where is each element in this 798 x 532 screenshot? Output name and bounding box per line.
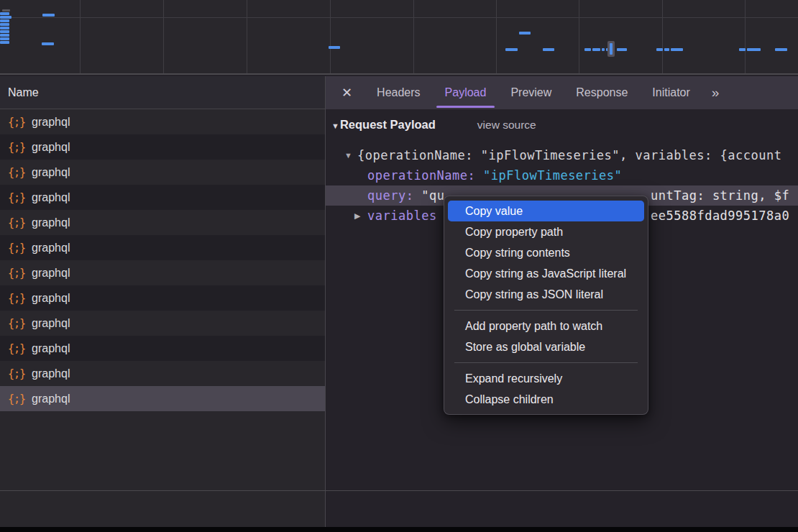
close-icon[interactable]: ✕	[341, 85, 352, 101]
panel-footer	[0, 490, 798, 527]
overview-vertical-gridline	[163, 0, 164, 73]
table-row-request[interactable]: {;}graphql	[0, 185, 325, 210]
waterfall-bar	[602, 48, 605, 51]
request-name: graphql	[32, 267, 70, 280]
table-row-request[interactable]: {;}graphql	[0, 109, 325, 134]
waterfall-bar	[0, 19, 9, 22]
json-braces-icon: {;}	[8, 116, 25, 129]
waterfall-bar	[2, 9, 10, 12]
menu-separator	[454, 362, 638, 363]
tab-headers[interactable]: Headers	[377, 76, 420, 109]
name-column-label: Name	[8, 86, 39, 99]
json-braces-icon: {;}	[8, 216, 25, 229]
view-source-link[interactable]: view source	[477, 119, 536, 132]
json-braces-icon: {;}	[8, 342, 25, 355]
waterfall-bar	[0, 30, 9, 33]
waterfall-bar	[739, 48, 746, 51]
name-column-header[interactable]: Name	[0, 76, 325, 109]
menu-item-expand-recursively[interactable]: Expand recursively	[448, 368, 644, 389]
waterfall-bar	[671, 48, 683, 51]
json-braces-icon: {;}	[8, 292, 25, 305]
network-main-area: Name {;}graphql{;}graphql{;}graphql{;}gr…	[0, 76, 798, 490]
menu-item-collapse-children[interactable]: Collapse children	[448, 389, 644, 410]
request-name: graphql	[32, 342, 70, 355]
window-bottom-edge	[0, 527, 798, 532]
menu-item-copy-string-contents[interactable]: Copy string contents	[448, 242, 644, 263]
table-row-request[interactable]: {;}graphql	[0, 235, 325, 260]
menu-separator	[454, 310, 638, 311]
overview-vertical-gridline	[80, 0, 81, 73]
request-name: graphql	[32, 141, 70, 154]
waterfall-bar	[0, 41, 9, 44]
table-row-request[interactable]: {;}graphql	[0, 210, 325, 235]
request-name: graphql	[32, 242, 70, 254]
menu-item-copy-string-as-json-literal[interactable]: Copy string as JSON literal	[448, 284, 644, 305]
table-row-request[interactable]: {;}graphql	[0, 336, 325, 361]
json-braces-icon: {;}	[8, 317, 25, 330]
menu-item-add-property-path-to-watch[interactable]: Add property path to watch	[448, 316, 644, 336]
json-braces-icon: {;}	[8, 367, 25, 380]
menu-item-store-as-global-variable[interactable]: Store as global variable	[448, 336, 644, 357]
waterfall-bar	[0, 37, 9, 40]
waterfall-bar	[0, 12, 9, 15]
waterfall-bar	[329, 46, 340, 49]
json-braces-icon: {;}	[8, 267, 25, 280]
requests-panel: Name {;}graphql{;}graphql{;}graphql{;}gr…	[0, 76, 326, 490]
more-tabs-chevron-icon[interactable]: »	[712, 85, 718, 101]
request-name: graphql	[32, 216, 70, 229]
waterfall-bar	[0, 16, 12, 19]
table-row-request[interactable]: {;}graphql	[0, 361, 325, 386]
json-braces-icon: {;}	[8, 141, 25, 154]
waterfall-bar	[775, 48, 787, 51]
waterfall-bar	[42, 14, 55, 17]
property-key: operationName:	[367, 168, 475, 183]
table-row-request[interactable]: {;}graphql	[0, 285, 325, 311]
overview-vertical-gridline	[413, 0, 414, 73]
table-row-request[interactable]: {;}graphql	[0, 160, 325, 185]
waterfall-bar	[519, 32, 531, 35]
tab-initiator[interactable]: Initiator	[652, 76, 689, 109]
overview-vertical-gridline	[579, 0, 579, 73]
json-braces-icon: {;}	[8, 191, 25, 204]
json-braces-icon: {;}	[8, 393, 25, 405]
menu-item-copy-value[interactable]: Copy value	[448, 201, 644, 221]
tab-response[interactable]: Response	[576, 76, 628, 109]
tree-row-operation-name[interactable]: operationName: "ipFlowTimeseries"	[326, 165, 798, 185]
section-title: Request Payload	[340, 118, 436, 132]
table-row-request[interactable]: {;}graphql	[0, 134, 325, 160]
table-row-request[interactable]: {;}graphql	[0, 311, 325, 336]
request-name: graphql	[32, 393, 70, 405]
property-value-string: "ipFlowTimeseries"	[483, 168, 622, 183]
waterfall-bar	[617, 48, 627, 51]
property-value-right-fragment: ee5588fdad995178a0	[651, 206, 789, 226]
overview-vertical-gridline	[247, 0, 247, 73]
json-braces-icon: {;}	[8, 166, 25, 179]
requests-list: {;}graphql{;}graphql{;}graphql{;}graphql…	[0, 109, 325, 411]
devtools-network-panel: Name {;}graphql{;}graphql{;}graphql{;}gr…	[0, 0, 798, 532]
json-braces-icon: {;}	[8, 242, 25, 254]
waterfall-bar	[42, 42, 54, 45]
tab-preview[interactable]: Preview	[510, 76, 551, 109]
table-row-request[interactable]: {;}graphql	[0, 260, 325, 285]
menu-item-copy-string-as-javascript-literal[interactable]: Copy string as JavaScript literal	[448, 263, 644, 284]
request-name: graphql	[32, 166, 70, 179]
property-value-right-fragment: untTag: string, $f	[651, 185, 789, 206]
request-name: graphql	[32, 317, 70, 330]
tab-payload[interactable]: Payload	[445, 76, 487, 109]
property-key: variables	[367, 208, 437, 223]
waterfall-bar	[584, 48, 591, 51]
tree-row-preview[interactable]: ▼ {operationName: "ipFlowTimeseries", va…	[326, 145, 798, 165]
selected-request-marker	[607, 41, 615, 57]
table-row-request[interactable]: {;}graphql	[0, 386, 325, 411]
section-collapse-triangle-icon: ▼	[331, 121, 339, 130]
request-name: graphql	[32, 116, 70, 129]
menu-item-copy-property-path[interactable]: Copy property path	[448, 221, 644, 242]
network-overview-timeline[interactable]	[0, 0, 798, 75]
footer-left	[0, 491, 326, 527]
expand-triangle-icon[interactable]: ▶	[354, 206, 360, 226]
waterfall-bar	[664, 48, 669, 51]
waterfall-bar	[747, 48, 761, 51]
expand-triangle-icon[interactable]: ▼	[344, 145, 352, 165]
waterfall-bar	[543, 48, 554, 51]
request-payload-section-header[interactable]: ▼ Request Payload view source	[331, 118, 536, 132]
